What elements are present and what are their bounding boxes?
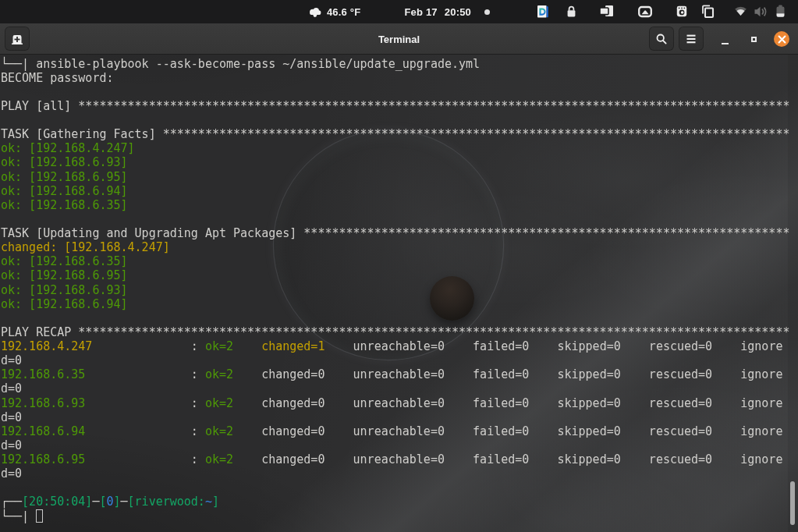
terminal-text: d=0 xyxy=(1,438,22,452)
terminal-line xyxy=(1,481,793,495)
minimize-icon xyxy=(722,43,729,44)
terminal-line xyxy=(1,85,793,99)
terminal-line: changed: [192.168.4.247] xyxy=(1,240,793,254)
screenshot-icon[interactable] xyxy=(638,0,652,23)
close-icon xyxy=(778,35,786,44)
maximize-button[interactable] xyxy=(747,33,760,45)
terminal-text: TASK [Gathering Facts] *****************… xyxy=(1,127,789,141)
windows-icon[interactable] xyxy=(599,0,614,23)
terminal-text: ─ xyxy=(121,495,128,509)
terminal-text: TASK [Updating and Upgrading Apt Package… xyxy=(1,226,789,240)
terminal-text: changed=0 unreachable=0 failed=0 skipped… xyxy=(261,452,782,466)
terminal-line: 192.168.6.94 : ok=2 changed=0 unreachabl… xyxy=(1,424,793,438)
scrollbar-thumb[interactable] xyxy=(790,481,795,525)
terminal-text: ok=2 xyxy=(205,452,233,466)
terminal-title-bar: Terminal xyxy=(0,23,798,55)
terminal-text: BECOME password: xyxy=(1,71,114,85)
terminal-text: ok=2 xyxy=(205,396,233,410)
terminal-line: ok: [192.168.6.35] xyxy=(1,198,793,212)
terminal-text: [20:50:04] xyxy=(22,495,92,509)
gnome-top-bar: 46.6 °F Feb 17 20:50 xyxy=(0,0,798,23)
scrollbar-track[interactable] xyxy=(788,55,798,532)
terminal-line: d=0 xyxy=(1,381,793,395)
terminal-text: 192.168.6.93 xyxy=(1,396,85,410)
terminal-line: TASK [Updating and Upgrading Apt Package… xyxy=(1,226,793,240)
terminal-text: : xyxy=(85,452,205,466)
terminal-text: ok=2 xyxy=(205,367,233,381)
terminal-text: ok: [192.168.6.35] xyxy=(1,198,128,212)
minimize-button[interactable] xyxy=(718,34,731,47)
terminal-line: ok: [192.168.4.247] xyxy=(1,141,793,155)
terminal-text: ┌── xyxy=(1,495,22,509)
d-app-indicator-icon[interactable] xyxy=(537,0,549,23)
wifi-icon[interactable] xyxy=(734,0,747,23)
copy-icon[interactable] xyxy=(701,0,715,23)
terminal-text: : xyxy=(85,424,205,438)
terminal-line xyxy=(1,212,793,226)
volume-icon[interactable] xyxy=(754,0,768,23)
terminal-line: └──| ansible-playbook --ask-become-pass … xyxy=(1,57,793,71)
terminal-text: ok: [192.168.6.94] xyxy=(1,184,128,198)
terminal-line xyxy=(1,311,793,325)
terminal-text: PLAY RECAP *****************************… xyxy=(1,325,789,339)
hamburger-menu-icon xyxy=(686,34,697,44)
terminal-text xyxy=(233,339,261,353)
clock-time: 20:50 xyxy=(445,6,471,18)
notification-dot xyxy=(484,9,490,15)
terminal-line xyxy=(1,113,793,127)
clock-date: Feb 17 xyxy=(404,6,437,18)
terminal-line: TASK [Gathering Facts] *****************… xyxy=(1,127,793,141)
terminal-text: 192.168.6.95 xyxy=(1,452,85,466)
search-button[interactable] xyxy=(649,27,674,51)
terminal-line: ok: [192.168.6.35] xyxy=(1,254,793,268)
terminal-text: ok: [192.168.6.93] xyxy=(1,155,128,169)
terminal-text: changed=0 unreachable=0 failed=0 skipped… xyxy=(261,396,782,410)
terminal-text: ok: [192.168.6.95] xyxy=(1,170,128,184)
snow-cloud-icon xyxy=(308,6,322,17)
terminal-text: d=0 xyxy=(1,466,22,481)
terminal-text: 192.168.6.35 xyxy=(1,367,85,381)
terminal-text: changed=1 xyxy=(261,339,325,353)
terminal-viewport[interactable]: └──| ansible-playbook --ask-become-pass … xyxy=(0,55,798,532)
terminal-text: changed=0 unreachable=0 failed=0 skipped… xyxy=(261,424,782,438)
terminal-cursor xyxy=(36,509,43,523)
terminal-line: d=0 xyxy=(1,353,793,367)
terminal-text: 192.168.4.247 xyxy=(1,339,92,353)
terminal-line: 192.168.6.35 : ok=2 changed=0 unreachabl… xyxy=(1,367,793,381)
terminal-line: d=0 xyxy=(1,410,793,424)
terminal-line: ok: [192.168.6.93] xyxy=(1,155,793,169)
terminal-text: 192.168.6.94 xyxy=(1,424,85,438)
terminal-text: ok: [192.168.6.93] xyxy=(1,283,128,297)
terminal-text: ok=2 xyxy=(205,339,233,353)
battery-icon[interactable] xyxy=(775,0,786,23)
camera-icon[interactable] xyxy=(676,0,687,23)
terminal-text: ] xyxy=(212,495,219,509)
terminal-line: 192.168.6.95 : ok=2 changed=0 unreachabl… xyxy=(1,452,793,466)
terminal-line: ok: [192.168.6.95] xyxy=(1,268,793,282)
terminal-text: ] xyxy=(114,495,121,509)
terminal-text: ok: [192.168.6.95] xyxy=(1,268,128,282)
terminal-text: d=0 xyxy=(1,381,22,395)
search-icon xyxy=(655,33,668,45)
terminal-line: ok: [192.168.6.94] xyxy=(1,297,793,311)
terminal-line: PLAY [all] *****************************… xyxy=(1,99,793,113)
terminal-text xyxy=(233,367,261,381)
lock-icon[interactable] xyxy=(566,0,576,23)
terminal-text: d=0 xyxy=(1,353,22,367)
terminal-line: ok: [192.168.6.93] xyxy=(1,283,793,297)
menu-button[interactable] xyxy=(679,27,704,51)
terminal-text: ok: [192.168.6.94] xyxy=(1,297,128,311)
terminal-text: unreachable=0 failed=0 skipped=0 rescued… xyxy=(325,339,782,353)
terminal-text: PLAY [all] *****************************… xyxy=(1,99,789,113)
close-button[interactable] xyxy=(774,31,789,47)
terminal-line: └──| xyxy=(1,509,793,523)
desktop: 46.6 °F Feb 17 20:50 xyxy=(0,0,798,532)
terminal-text: ok=2 xyxy=(205,424,233,438)
terminal-text: d=0 xyxy=(1,410,22,424)
weather-widget: 46.6 °F xyxy=(308,6,360,18)
terminal-line: BECOME password: xyxy=(1,71,793,85)
clock-label: Feb 17 20:50 xyxy=(404,6,471,18)
terminal-text: : xyxy=(85,396,205,410)
terminal-text: 0 xyxy=(106,495,113,509)
terminal-text xyxy=(233,424,261,438)
